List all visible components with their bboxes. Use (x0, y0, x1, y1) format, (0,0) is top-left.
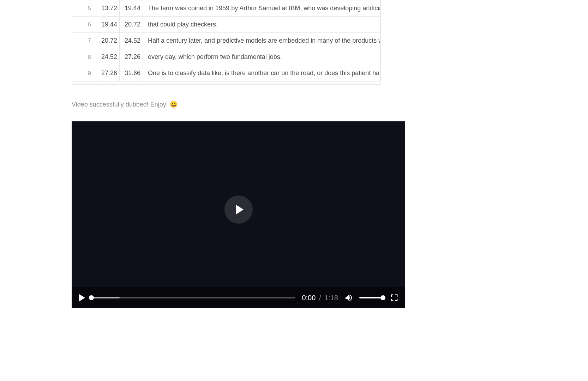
row-start: 20.72 (96, 33, 120, 49)
volume-icon (344, 294, 353, 302)
table-row: 7 20.72 24.52 Half a century later, and … (72, 33, 380, 49)
row-end: 19.44 (120, 0, 143, 17)
volume-button[interactable] (344, 294, 353, 302)
play-icon (236, 205, 244, 214)
table-row: 6 19.44 20.72 that could play checkers. (72, 17, 380, 33)
row-text: that could play checkers. (143, 17, 380, 33)
fullscreen-icon (390, 294, 398, 302)
play-button-center[interactable] (224, 195, 253, 224)
status-message: Video successfully dubbed! Enjoy! 😀 (72, 101, 574, 108)
progress-loaded (91, 297, 120, 298)
volume-knob[interactable] (380, 295, 385, 300)
volume-slider[interactable] (359, 297, 384, 298)
progress-bar[interactable] (91, 297, 295, 298)
row-index: 5 (72, 0, 96, 17)
row-end: 31.66 (120, 65, 143, 81)
row-text: The term was coined in 1959 by Arthur Sa… (143, 0, 380, 17)
row-end: 20.72 (120, 17, 143, 33)
video-controls: 0:00 / 1:18 (72, 287, 405, 308)
row-start: 19.44 (96, 17, 120, 33)
progress-knob[interactable] (89, 295, 94, 300)
table-row: 9 27.26 31.66 One is to classify data li… (72, 65, 380, 81)
row-text: One is to classify data like, is there a… (143, 65, 380, 81)
play-icon (79, 294, 85, 302)
row-start: 13.72 (96, 0, 120, 17)
duration: 1:18 (324, 294, 338, 302)
row-index: 8 (72, 49, 96, 65)
current-time: 0:00 (302, 294, 316, 302)
video-player[interactable]: 0:00 / 1:18 (72, 121, 405, 308)
row-end: 27.26 (120, 49, 143, 65)
fullscreen-button[interactable] (390, 294, 398, 302)
play-button[interactable] (79, 294, 85, 302)
row-end: 24.52 (120, 33, 143, 49)
row-start: 24.52 (96, 49, 120, 65)
table-row: 8 24.52 27.26 every day, which perform t… (72, 49, 380, 65)
time-separator: / (319, 294, 321, 302)
row-start: 27.26 (96, 65, 120, 81)
row-text: every day, which perform two fundamental… (143, 49, 380, 65)
row-index: 7 (72, 33, 96, 49)
row-index: 6 (72, 17, 96, 33)
row-index: 9 (72, 65, 96, 81)
time-display: 0:00 / 1:18 (302, 294, 338, 302)
transcript-table: 5 13.72 19.44 The term was coined in 195… (72, 0, 381, 85)
table-row: 5 13.72 19.44 The term was coined in 195… (72, 0, 380, 17)
row-text: Half a century later, and predictive mod… (143, 33, 380, 49)
